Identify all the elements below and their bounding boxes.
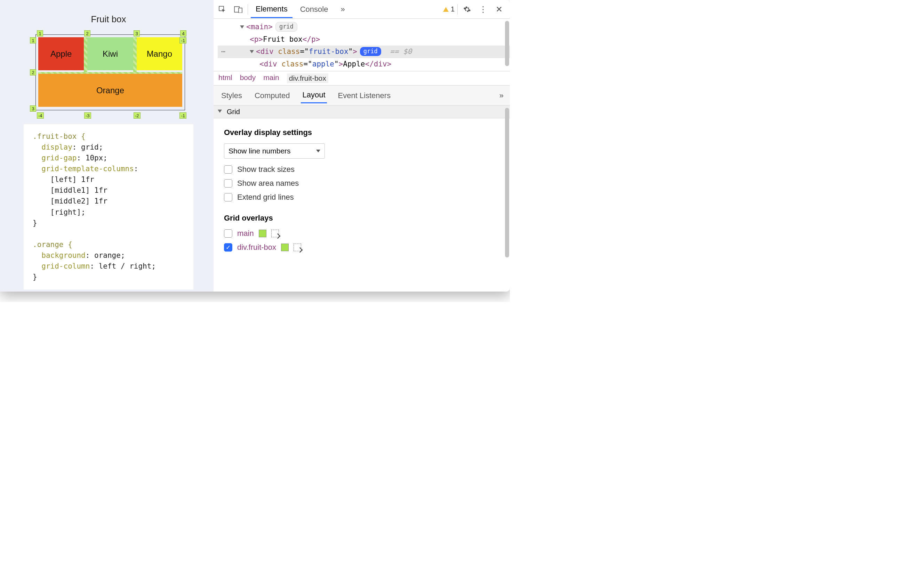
line-tag: -3 — [84, 112, 91, 119]
devtools-panel: Elements Console » 1 ⋮ ✕ <main>grid <p>F… — [214, 0, 510, 292]
dom-node-main[interactable]: <main>grid — [218, 21, 510, 34]
color-swatch[interactable] — [281, 243, 289, 251]
checkbox-extend-grid-lines[interactable]: Extend grid lines — [224, 193, 501, 202]
reveal-element-icon[interactable] — [271, 229, 279, 237]
settings-gear-icon[interactable] — [460, 3, 474, 16]
grid-section-label: Grid — [227, 108, 240, 116]
scroll-thumb[interactable] — [505, 108, 509, 257]
dom-breadcrumb: html body main div.fruit-box — [214, 71, 510, 86]
line-tag: -1 — [180, 37, 186, 43]
dom-node-child[interactable]: <div class="apple">Apple</div> — [218, 58, 510, 71]
scrollbar[interactable] — [504, 21, 509, 287]
cell-mango: Mango — [137, 37, 182, 70]
more-menu-icon[interactable]: ⋮ — [477, 3, 490, 16]
dom-tree[interactable]: <main>grid <p>Fruit box</p> <div class="… — [214, 19, 510, 71]
overlay-label: main — [237, 229, 254, 238]
tab-console[interactable]: Console — [295, 2, 333, 17]
color-swatch[interactable] — [259, 229, 266, 237]
fruit-box-grid: Apple Kiwi Mango Orange — [38, 37, 182, 107]
css-code-block: .fruit-box { display: grid; grid-gap: 10… — [24, 124, 194, 289]
subtab-styles[interactable]: Styles — [220, 88, 243, 103]
reveal-element-icon[interactable] — [294, 243, 301, 251]
line-tag: 3 — [134, 30, 140, 37]
subtab-computed[interactable]: Computed — [253, 88, 291, 103]
line-tag: -2 — [134, 112, 140, 119]
tab-elements[interactable]: Elements — [251, 1, 292, 18]
chevron-down-icon — [316, 149, 320, 152]
separator — [248, 4, 248, 15]
crumb-html[interactable]: html — [218, 74, 232, 83]
grid-section-header[interactable]: Grid — [214, 106, 510, 118]
crumb-main[interactable]: main — [263, 74, 279, 83]
line-tag: 4 — [180, 30, 186, 37]
line-tag: 2 — [84, 30, 91, 37]
close-devtools-icon[interactable]: ✕ — [492, 3, 506, 16]
subtab-layout[interactable]: Layout — [301, 88, 327, 103]
device-toolbar-icon[interactable] — [232, 3, 245, 16]
grid-overlay-visual: Apple Kiwi Mango Orange 1 2 3 4 1 2 3 -1… — [32, 31, 185, 118]
grid-badge-active[interactable]: grid — [360, 47, 381, 56]
line-tag: 1 — [37, 30, 43, 37]
inspect-element-icon[interactable] — [215, 3, 229, 16]
warnings-indicator[interactable]: 1 — [443, 5, 455, 13]
checkbox-icon — [224, 193, 232, 202]
scroll-thumb[interactable] — [505, 21, 509, 66]
checkbox-icon — [224, 229, 232, 238]
separator — [457, 4, 458, 15]
subtab-event-listeners[interactable]: Event Listeners — [337, 88, 392, 103]
page-preview: Fruit box Apple Kiwi Mango Orange 1 2 3 … — [0, 0, 214, 292]
cell-orange: Orange — [38, 74, 182, 107]
layout-panel-body: Overlay display settings Show line numbe… — [214, 118, 510, 265]
overlay-item-main[interactable]: main — [224, 229, 501, 238]
preview-title: Fruit box — [24, 14, 194, 25]
line-tag: 2 — [30, 69, 36, 75]
grid-badge[interactable]: grid — [275, 22, 297, 32]
cell-apple: Apple — [38, 37, 84, 70]
select-value: Show line numbers — [229, 147, 291, 155]
grid-overlays-heading: Grid overlays — [224, 214, 501, 223]
warning-icon — [443, 7, 449, 12]
dom-node-selected[interactable]: <div class="fruit-box">grid == $0 — [218, 46, 510, 58]
dom-node-p[interactable]: <p>Fruit box</p> — [218, 34, 510, 46]
tabs-overflow[interactable]: » — [336, 2, 349, 17]
crumb-body[interactable]: body — [240, 74, 256, 83]
subtabs-overflow[interactable]: » — [500, 91, 504, 100]
devtools-toolbar: Elements Console » 1 ⋮ ✕ — [214, 0, 510, 19]
line-tag: -4 — [37, 112, 44, 119]
collapse-triangle-icon — [218, 109, 222, 113]
svg-rect-2 — [238, 8, 242, 13]
line-number-select[interactable]: Show line numbers — [224, 143, 325, 159]
checkbox-show-track-sizes[interactable]: Show track sizes — [224, 165, 501, 174]
checkbox-icon-checked: ✓ — [224, 243, 232, 252]
overlay-settings-heading: Overlay display settings — [224, 128, 501, 137]
checkbox-icon — [224, 165, 232, 174]
overlay-item-fruitbox[interactable]: ✓ div.fruit-box — [224, 243, 501, 252]
line-tag: 3 — [30, 105, 36, 112]
styles-subtabs: Styles Computed Layout Event Listeners » — [214, 86, 510, 106]
app-window: Fruit box Apple Kiwi Mango Orange 1 2 3 … — [0, 0, 510, 292]
checkbox-show-area-names[interactable]: Show area names — [224, 179, 501, 188]
overlay-label: div.fruit-box — [237, 243, 276, 252]
cell-kiwi: Kiwi — [87, 37, 133, 70]
warning-count: 1 — [451, 5, 455, 13]
line-tag: -1 — [180, 112, 186, 119]
checkbox-icon — [224, 179, 232, 188]
crumb-current[interactable]: div.fruit-box — [287, 74, 328, 83]
line-tag: 1 — [30, 37, 36, 43]
